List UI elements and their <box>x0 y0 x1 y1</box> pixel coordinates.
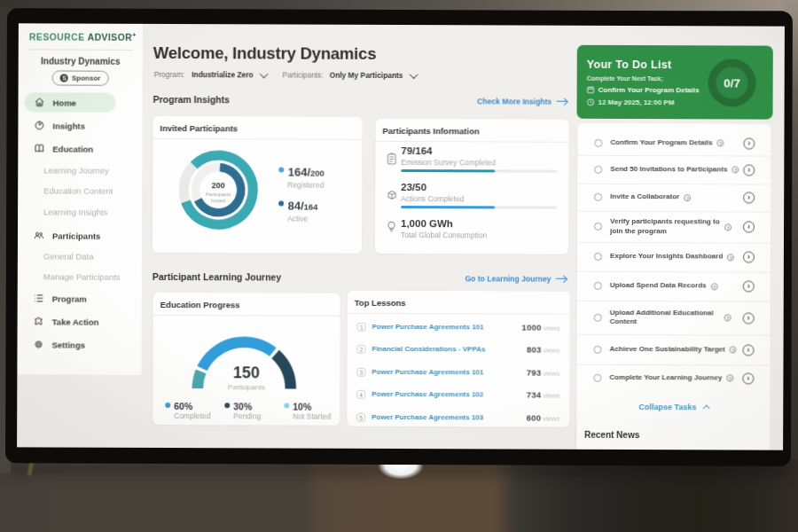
svg-text:Invited: Invited <box>211 198 225 203</box>
svg-text:Participants: Participants <box>206 192 231 197</box>
svg-text:0/7: 0/7 <box>724 76 740 90</box>
svg-text:200: 200 <box>212 181 225 190</box>
